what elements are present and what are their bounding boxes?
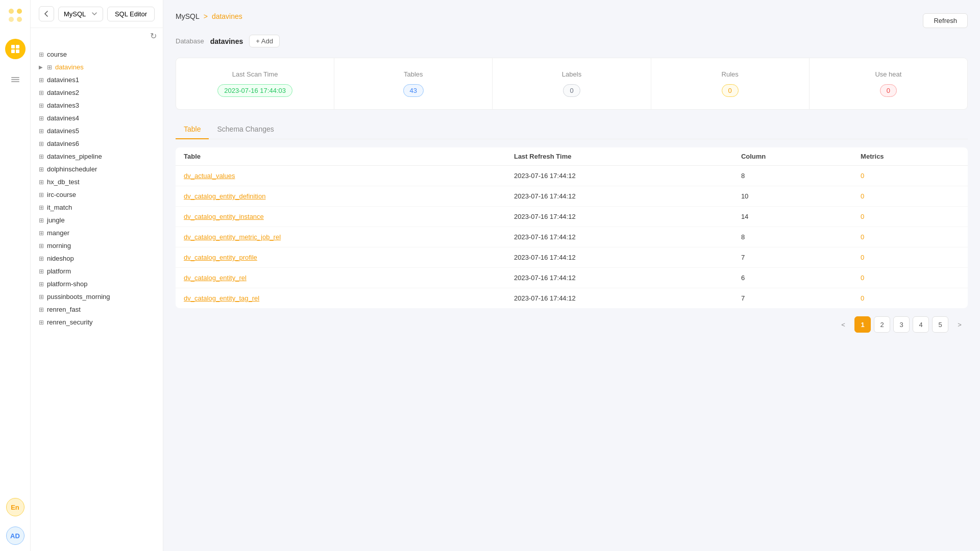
pagination-page-2[interactable]: 2 (874, 316, 890, 333)
db-icon: ⊞ (39, 204, 44, 211)
col-header-last-refresh-time: Last Refresh Time (506, 147, 733, 166)
sidebar-item-irc-course[interactable]: ⊞irc-course (31, 188, 163, 201)
back-button[interactable] (39, 6, 54, 21)
db-icon: ⊞ (39, 179, 44, 186)
rules-value: 0 (722, 84, 739, 97)
sidebar-item-datavines3[interactable]: ⊞datavines3 (31, 99, 163, 112)
svg-rect-5 (16, 45, 19, 48)
table-name-cell[interactable]: dv_catalog_entity_tag_rel (176, 288, 506, 309)
metrics-cell: 0 (852, 268, 968, 288)
tab-table[interactable]: Table (176, 120, 209, 139)
table-name-cell[interactable]: dv_catalog_entity_rel (176, 268, 506, 288)
sidebar-item-platform-shop[interactable]: ⊞platform-shop (31, 278, 163, 290)
table-link[interactable]: dv_catalog_entity_metric_job_rel (184, 233, 281, 241)
table-nav-icon[interactable] (5, 39, 26, 59)
table-name-cell[interactable]: dv_catalog_entity_profile (176, 247, 506, 268)
main-content: MySQL > datavines Refresh Database datav… (163, 0, 980, 551)
table-row: dv_catalog_entity_rel2023-07-16 17:44:12… (176, 268, 968, 288)
use-heat-value: 0 (880, 84, 897, 97)
sidebar-item-renren_fast[interactable]: ⊞renren_fast (31, 303, 163, 316)
db-icon: ⊞ (39, 153, 44, 160)
sidebar-item-datavines5[interactable]: ⊞datavines5 (31, 124, 163, 137)
table-link[interactable]: dv_catalog_entity_profile (184, 254, 257, 261)
column-cell: 8 (733, 166, 852, 186)
metrics-cell: 0 (852, 227, 968, 247)
pagination-next[interactable]: > (951, 316, 968, 333)
sidebar-item-platform[interactable]: ⊞platform (31, 265, 163, 278)
tab-schema-changes[interactable]: Schema Changes (209, 120, 282, 139)
sidebar-item-dolphinscheduler[interactable]: ⊞dolphinscheduler (31, 163, 163, 176)
db-icon: ⊞ (39, 89, 44, 96)
pagination-page-3[interactable]: 3 (893, 316, 910, 333)
table-name-cell[interactable]: dv_catalog_entity_instance (176, 207, 506, 227)
sidebar-item-renren_security[interactable]: ⊞renren_security (31, 316, 163, 329)
sidebar-item-jungle[interactable]: ⊞jungle (31, 214, 163, 227)
sidebar-item-datavines6[interactable]: ⊞datavines6 (31, 137, 163, 150)
db-icon: ⊞ (39, 255, 44, 262)
logo-icon (6, 6, 24, 24)
table-link[interactable]: dv_catalog_entity_instance (184, 213, 264, 220)
svg-point-1 (17, 9, 22, 14)
pagination-prev[interactable]: < (835, 316, 851, 333)
table-name-cell[interactable]: dv_actual_values (176, 166, 506, 186)
sidebar-item-morning[interactable]: ⊞morning (31, 239, 163, 252)
table-link[interactable]: dv_actual_values (184, 172, 235, 180)
sidebar-item-datavines2[interactable]: ⊞datavines2 (31, 86, 163, 99)
menu-nav-icon[interactable] (5, 69, 26, 90)
table-link[interactable]: dv_catalog_entity_rel (184, 274, 247, 282)
content-area: MySQL > datavines Refresh Database datav… (163, 0, 980, 551)
metrics-cell: 0 (852, 186, 968, 207)
breadcrumb: MySQL > datavines (176, 12, 242, 20)
sidebar-item-datavines_pipeline[interactable]: ⊞datavines_pipeline (31, 150, 163, 163)
sidebar: MySQL SQL Editor ↻ ⊞course▶⊞datavines⊞da… (31, 0, 163, 551)
metrics-cell: 0 (852, 166, 968, 186)
column-cell: 14 (733, 207, 852, 227)
svg-rect-4 (11, 45, 15, 48)
sidebar-item-it_match[interactable]: ⊞it_match (31, 201, 163, 214)
svg-point-3 (17, 17, 22, 22)
database-name: datavines (210, 37, 243, 45)
sidebar-item-course[interactable]: ⊞course (31, 48, 163, 61)
database-selector[interactable]: MySQL (58, 7, 103, 21)
rules-label: Rules (722, 70, 739, 78)
sidebar-item-datavines4[interactable]: ⊞datavines4 (31, 112, 163, 124)
svg-rect-8 (11, 77, 19, 78)
last-scan-label: Last Scan Time (232, 70, 278, 78)
sidebar-item-hx_db_test[interactable]: ⊞hx_db_test (31, 176, 163, 188)
column-cell: 8 (733, 227, 852, 247)
sidebar-refresh-button[interactable]: ↻ (150, 31, 157, 41)
stat-use-heat: Use heat 0 (810, 58, 967, 109)
tabs: TableSchema Changes (176, 120, 968, 139)
db-info-bar: Database datavines + Add (176, 35, 968, 47)
db-icon: ⊞ (39, 140, 44, 147)
table-name-cell[interactable]: dv_catalog_entity_metric_job_rel (176, 227, 506, 247)
column-cell: 6 (733, 268, 852, 288)
db-icon: ⊞ (39, 230, 44, 237)
db-icon: ⊞ (39, 102, 44, 109)
sidebar-item-nideshop[interactable]: ⊞nideshop (31, 252, 163, 265)
pagination-page-5[interactable]: 5 (932, 316, 948, 333)
table-link[interactable]: dv_catalog_entity_tag_rel (184, 294, 259, 302)
svg-rect-6 (11, 49, 15, 53)
last-refresh-cell: 2023-07-16 17:44:12 (506, 268, 733, 288)
pagination-page-4[interactable]: 4 (913, 316, 929, 333)
last-scan-value: 2023-07-16 17:44:03 (217, 84, 292, 97)
col-header-metrics: Metrics (852, 147, 968, 166)
sidebar-item-datavines1[interactable]: ⊞datavines1 (31, 73, 163, 86)
db-icon: ⊞ (39, 166, 44, 173)
db-icon: ⊞ (39, 51, 44, 58)
sidebar-item-datavines[interactable]: ▶⊞datavines (31, 61, 163, 73)
sidebar-item-pussinboots_morning[interactable]: ⊞pussinboots_morning (31, 290, 163, 303)
expand-icon: ▶ (39, 64, 43, 70)
table-name-cell[interactable]: dv_catalog_entity_definition (176, 186, 506, 207)
sidebar-item-manger[interactable]: ⊞manger (31, 227, 163, 239)
add-button[interactable]: + Add (249, 35, 280, 47)
labels-value: 0 (563, 84, 580, 97)
refresh-button[interactable]: Refresh (923, 13, 968, 28)
sql-editor-button[interactable]: SQL Editor (107, 7, 155, 21)
user-avatar-ad[interactable]: AD (6, 527, 24, 545)
pagination-page-1[interactable]: 1 (854, 316, 871, 333)
stat-tables: Tables 43 (334, 58, 493, 109)
lang-switch-en[interactable]: En (6, 498, 24, 516)
table-link[interactable]: dv_catalog_entity_definition (184, 192, 265, 200)
